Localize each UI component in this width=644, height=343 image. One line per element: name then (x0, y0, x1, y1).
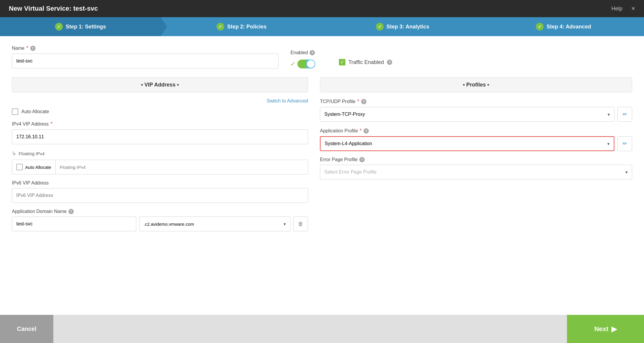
domain-chevron-icon: ▾ (283, 221, 286, 227)
error-page-profile-group: Error Page Profile ? Select Error Page P… (320, 157, 632, 179)
next-button[interactable]: Next ▶ (567, 315, 644, 343)
traffic-enabled-checkbox[interactable]: ✓ (339, 59, 345, 65)
domain-input[interactable] (12, 217, 136, 231)
step-1[interactable]: ✓ Step 1: Settings (0, 17, 161, 36)
ipv4-label: IPv4 VIP Address * (12, 121, 308, 127)
app-profile-edit-button[interactable]: ✏ (617, 136, 632, 151)
cancel-button[interactable]: Cancel (0, 315, 53, 343)
floating-ipv4-section: ↳ Floating IPv4 Auto Allocate (12, 150, 308, 174)
auto-allocate-row: Auto Allocate (12, 108, 308, 115)
bottom-bar: Cancel Next ▶ (0, 315, 644, 343)
name-label: Name * ? (12, 45, 278, 51)
name-field-group: Name * ? (12, 45, 278, 68)
auto-allocate-checkbox[interactable] (12, 108, 18, 115)
app-profile-row: System-L4-Application ▾ ✏ (320, 136, 632, 151)
profiles-section: • Profiles • TCP/UDP Profile * ? System-… (320, 77, 632, 315)
tcp-profile-row: System-TCP-Proxy ▾ ✏ (320, 107, 632, 122)
two-col-layout: • VIP Address • Switch to Advanced Auto … (12, 77, 632, 315)
name-help-icon[interactable]: ? (30, 46, 36, 51)
domain-label: Application Domain Name ? (12, 209, 308, 214)
trash-icon: 🗑 (298, 221, 303, 227)
ipv6-label: IPv6 VIP Address (12, 180, 308, 186)
help-button[interactable]: Help (611, 6, 622, 12)
error-chevron-icon: ▾ (625, 169, 628, 175)
traffic-enabled-help-icon[interactable]: ? (387, 60, 392, 65)
arrow-icon: ↳ (12, 150, 16, 157)
tcp-help-icon[interactable]: ? (361, 99, 366, 104)
step1-check-icon: ✓ (55, 23, 63, 31)
tcp-profile-label: TCP/UDP Profile * ? (320, 98, 632, 105)
ipv6-field-group: IPv6 VIP Address (12, 180, 308, 203)
next-arrow-icon: ▶ (611, 325, 617, 333)
step3-check-icon: ✓ (376, 23, 384, 31)
traffic-enabled-group: ✓ Traffic Enabled ? (339, 59, 392, 68)
domain-field-group: Application Domain Name ? .c2.avidemo.vm… (12, 209, 308, 231)
domain-help-icon[interactable]: ? (68, 209, 74, 214)
step-3[interactable]: ✓ Step 3: Analytics (322, 17, 483, 36)
step2-label: Step 2: Policies (227, 24, 267, 30)
domain-suffix-value: .c2.avidemo.vmware.com (144, 222, 194, 227)
ipv4-field-group: IPv4 VIP Address * (12, 121, 308, 144)
floating-ipv4-input[interactable] (56, 160, 308, 174)
window-title: New Virtual Service: test-svc (9, 5, 98, 12)
error-page-label: Error Page Profile ? (320, 157, 632, 162)
app-profile-label: Application Profile * ? (320, 128, 632, 134)
profiles-section-header: • Profiles • (320, 77, 632, 92)
toggle-knob (307, 60, 315, 68)
step3-label: Step 3: Analytics (387, 24, 429, 30)
floating-auto-allocate-checkbox[interactable] (16, 164, 23, 170)
app-profile-select[interactable]: System-L4-Application ▾ (320, 136, 614, 151)
steps-bar: ✓ Step 1: Settings ✓ Step 2: Policies ✓ … (0, 17, 644, 36)
step-2[interactable]: ✓ Step 2: Policies (161, 17, 322, 36)
floating-auto-allocate-label: Auto Allocate (25, 165, 51, 170)
step4-check-icon: ✓ (536, 23, 544, 31)
next-label: Next (594, 325, 608, 333)
enabled-toggle-container: ✓ (290, 60, 315, 68)
error-page-select[interactable]: Select Error Page Profile ▾ (320, 165, 632, 179)
enabled-toggle[interactable] (297, 60, 315, 68)
name-required: * (26, 45, 28, 51)
toggle-check-icon: ✓ (290, 60, 296, 68)
vip-address-section: • VIP Address • Switch to Advanced Auto … (12, 77, 308, 315)
app-help-icon[interactable]: ? (363, 128, 369, 134)
floating-ipv4-header: ↳ Floating IPv4 (12, 150, 308, 157)
ipv6-input[interactable] (12, 188, 308, 203)
auto-allocate-label: Auto Allocate (21, 109, 49, 114)
floating-input-row: Auto Allocate (12, 160, 308, 174)
ipv4-required: * (50, 121, 52, 127)
main-window: New Virtual Service: test-svc Help × ✓ S… (0, 0, 644, 343)
domain-suffix-select[interactable]: .c2.avidemo.vmware.com ▾ (139, 217, 290, 231)
vip-section-header: • VIP Address • (12, 77, 308, 92)
step-4[interactable]: ✓ Step 4: Advanced (483, 17, 644, 36)
step2-check-icon: ✓ (217, 23, 224, 31)
enabled-group: Enabled ? ✓ (290, 50, 315, 68)
tcp-profile-group: TCP/UDP Profile * ? System-TCP-Proxy ▾ ✏ (320, 98, 632, 122)
enabled-help-icon[interactable]: ? (310, 50, 315, 55)
ipv4-input[interactable] (12, 129, 308, 144)
step1-label: Step 1: Settings (66, 24, 106, 30)
close-button[interactable]: × (631, 5, 635, 12)
domain-row: .c2.avidemo.vmware.com ▾ 🗑 (12, 217, 308, 231)
error-page-help-icon[interactable]: ? (359, 157, 365, 162)
main-content: Name * ? Enabled ? ✓ ✓ (0, 36, 644, 315)
bottom-spacer (53, 315, 567, 343)
enabled-label: Enabled ? (291, 50, 315, 55)
name-input[interactable] (12, 54, 278, 68)
app-pencil-icon: ✏ (623, 140, 627, 147)
tcp-required: * (357, 98, 359, 105)
app-profile-value: System-L4-Application (325, 141, 372, 146)
app-chevron-icon: ▾ (607, 141, 610, 147)
switch-to-advanced-link[interactable]: Switch to Advanced (267, 98, 308, 103)
tcp-profile-value: System-TCP-Proxy (324, 112, 365, 117)
tcp-profile-edit-button[interactable]: ✏ (617, 107, 632, 122)
pencil-icon: ✏ (623, 111, 627, 118)
app-profile-group: Application Profile * ? System-L4-Applic… (320, 128, 632, 151)
step4-label: Step 4: Advanced (547, 24, 591, 30)
traffic-enabled-label: Traffic Enabled (348, 59, 384, 65)
tcp-chevron-icon: ▾ (608, 112, 610, 117)
error-page-row: Select Error Page Profile ▾ (320, 165, 632, 179)
app-required: * (360, 128, 362, 134)
floating-auto-allocate[interactable]: Auto Allocate (12, 160, 56, 174)
tcp-profile-select[interactable]: System-TCP-Proxy ▾ (320, 107, 614, 122)
domain-delete-button[interactable]: 🗑 (293, 217, 308, 231)
